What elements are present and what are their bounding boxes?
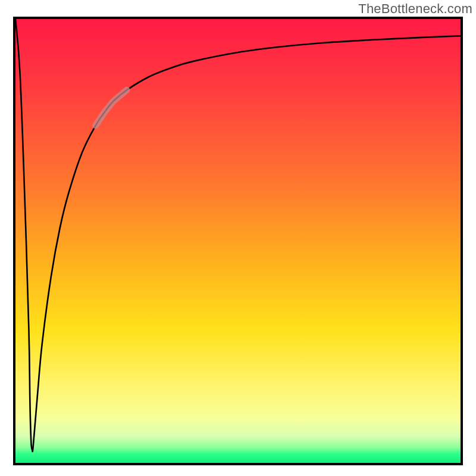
plot-area xyxy=(13,17,463,465)
chart-frame: TheBottleneck.com xyxy=(0,0,476,476)
curve-highlight-segment xyxy=(96,90,127,126)
bottleneck-curve xyxy=(15,19,461,452)
curve-layer xyxy=(15,19,461,463)
watermark-text: TheBottleneck.com xyxy=(358,1,472,17)
